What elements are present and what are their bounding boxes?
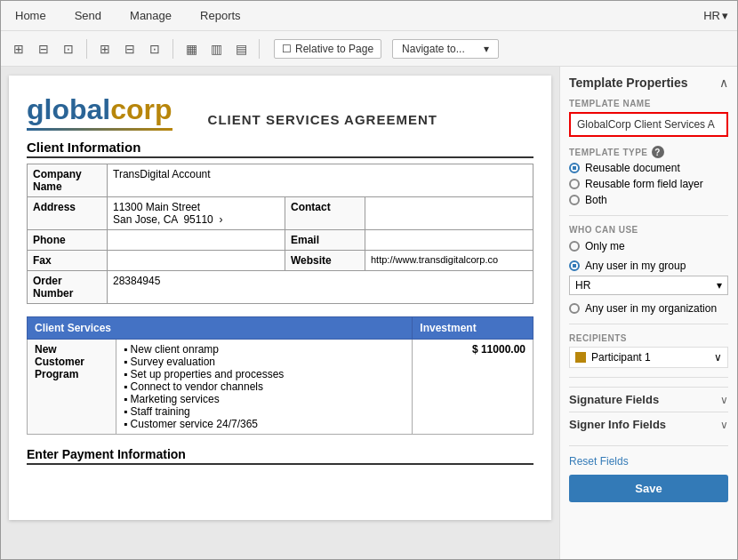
toolbar-sep-1 <box>86 39 87 59</box>
menu-manage[interactable]: Manage <box>124 5 177 26</box>
signature-fields-row[interactable]: Signature Fields ∨ <box>569 387 728 412</box>
main-area: globalcorp CLIENT SERVICES AGREEMENT Cli… <box>1 67 737 559</box>
services-table: Client Services Investment New CustomerP… <box>27 316 533 435</box>
logo-global: global <box>27 93 110 125</box>
relative-page-label: Relative to Page <box>295 43 373 55</box>
participant-chevron-icon: ∨ <box>714 351 722 364</box>
panel-title: Template Properties <box>569 76 688 90</box>
radio-any-group[interactable]: Any user in my group <box>569 260 728 272</box>
group-chevron-icon: ▾ <box>717 279 722 292</box>
label-email: Email <box>285 230 365 251</box>
value-company: TransDigital Account <box>108 164 533 197</box>
radio-any-org-label: Any user in my organization <box>585 302 717 315</box>
table-row: Order Number 28384945 <box>28 271 533 304</box>
relative-page-button[interactable]: ☐ Relative to Page <box>274 39 381 59</box>
template-type-options: Reusable document Reusable form field la… <box>569 162 728 206</box>
toolbar-sep-3 <box>259 39 260 59</box>
who-can-use-label: WHO CAN USE <box>569 225 728 235</box>
radio-form-field[interactable]: Reusable form field layer <box>569 178 728 190</box>
menu-reports[interactable]: Reports <box>195 5 246 26</box>
group-value: HR <box>575 279 590 292</box>
radio-only-me-circle <box>569 241 580 252</box>
panel-collapse-icon[interactable]: ∧ <box>719 76 728 90</box>
toolbar-icon-6[interactable]: ⊡ <box>144 38 165 60</box>
template-type-label: TEMPLATE TYPE ? <box>569 146 728 158</box>
participant-color <box>575 352 586 363</box>
divider-3 <box>569 377 728 378</box>
radio-only-me[interactable]: Only me <box>569 240 728 252</box>
reset-fields-link[interactable]: Reset Fields <box>569 455 728 468</box>
value-phone <box>108 230 285 251</box>
chevron-down-icon: ▾ <box>722 9 728 22</box>
radio-label-1: Reusable document <box>585 162 680 174</box>
any-org-option: Any user in my organization <box>569 299 728 315</box>
services-row: New CustomerProgram New client onramp Su… <box>28 340 533 435</box>
help-icon[interactable]: ? <box>652 146 664 158</box>
signature-fields-chevron-icon: ∨ <box>720 394 728 406</box>
radio-label-3: Both <box>585 194 607 206</box>
radio-reusable-doc[interactable]: Reusable document <box>569 162 728 174</box>
divider-4 <box>569 445 728 446</box>
participant-row[interactable]: Participant 1 ∨ <box>569 347 728 368</box>
client-info-heading: Client Information <box>27 140 533 158</box>
table-row: Fax Website http://www.transdigitalcorp.… <box>28 251 533 271</box>
radio-circle-1 <box>569 163 580 173</box>
toolbar-icon-2[interactable]: ⊟ <box>33 38 54 60</box>
radio-any-group-circle <box>569 260 580 271</box>
logo-text: globalcorp <box>27 93 172 126</box>
radio-both[interactable]: Both <box>569 194 728 206</box>
doc-area: globalcorp CLIENT SERVICES AGREEMENT Cli… <box>1 67 559 559</box>
toolbar-icon-4[interactable]: ⊞ <box>94 38 116 60</box>
doc-title: CLIENT SERVICES AGREEMENT <box>208 112 437 131</box>
template-name-label: TEMPLATE NAME <box>569 99 728 108</box>
radio-any-org[interactable]: Any user in my organization <box>569 302 728 315</box>
menu-send[interactable]: Send <box>69 5 107 26</box>
signer-info-chevron-icon: ∨ <box>720 419 728 431</box>
list-item: Set up properties and processes <box>124 368 405 380</box>
services-th: Client Services <box>28 317 413 340</box>
list-item: Staff training <box>124 405 405 418</box>
toolbar-icon-3[interactable]: ⊡ <box>58 38 79 60</box>
radio-only-me-label: Only me <box>585 240 625 252</box>
value-website: http://www.transdigitalcorp.co <box>365 251 533 271</box>
toolbar-icon-5[interactable]: ⊟ <box>119 38 140 60</box>
radio-label-2: Reusable form field layer <box>585 178 703 190</box>
toolbar-sep-2 <box>172 39 173 59</box>
toolbar-icon-9[interactable]: ▤ <box>230 38 252 60</box>
save-button[interactable]: Save <box>569 475 728 502</box>
menu-bar: Home Send Manage Reports HR ▾ <box>1 1 737 31</box>
radio-circle-3 <box>569 195 580 205</box>
value-contact <box>365 197 533 230</box>
toolbar-icon-8[interactable]: ▥ <box>205 38 227 60</box>
table-row: Phone Email <box>28 230 533 251</box>
radio-circle-2 <box>569 179 580 189</box>
participant-label: Participant 1 <box>591 351 651 364</box>
right-panel: Template Properties ∧ TEMPLATE NAME Glob… <box>559 67 737 559</box>
logo-underline <box>27 128 172 131</box>
list-item: Connect to vendor channels <box>124 380 405 393</box>
list-item: Marketing services <box>124 393 405 405</box>
user-menu[interactable]: HR ▾ <box>703 9 728 22</box>
radio-any-group-label: Any user in my group <box>585 260 686 272</box>
signer-info-row[interactable]: Signer Info Fields ∨ <box>569 412 728 436</box>
menu-home[interactable]: Home <box>10 5 52 26</box>
recipients-label: RECIPIENTS <box>569 333 728 343</box>
template-name-input[interactable]: GlobalCorp Client Services A <box>569 112 728 137</box>
checkbox-icon: ☐ <box>282 43 292 55</box>
who-options: Only me Any user in my group <box>569 240 728 272</box>
toolbar-icon-7[interactable]: ▦ <box>180 38 202 60</box>
label-phone: Phone <box>28 230 108 251</box>
label-order: Order Number <box>28 271 108 304</box>
navigate-chevron-icon: ▾ <box>484 43 489 55</box>
group-dropdown[interactable]: HR ▾ <box>569 276 728 295</box>
logo-corp: corp <box>110 93 172 125</box>
investment-th: Investment <box>413 317 533 340</box>
toolbar: ⊞ ⊟ ⊡ ⊞ ⊟ ⊡ ▦ ▥ ▤ ☐ Relative to Page Nav… <box>1 31 737 67</box>
toolbar-icon-1[interactable]: ⊞ <box>8 38 29 60</box>
navigate-dropdown[interactable]: Navigate to... ▾ <box>392 39 499 59</box>
label-address: Address <box>28 197 108 230</box>
navigate-label: Navigate to... <box>402 43 465 55</box>
label-fax: Fax <box>28 251 108 271</box>
doc-page: globalcorp CLIENT SERVICES AGREEMENT Cli… <box>9 76 551 520</box>
value-order: 28384945 <box>108 271 533 304</box>
